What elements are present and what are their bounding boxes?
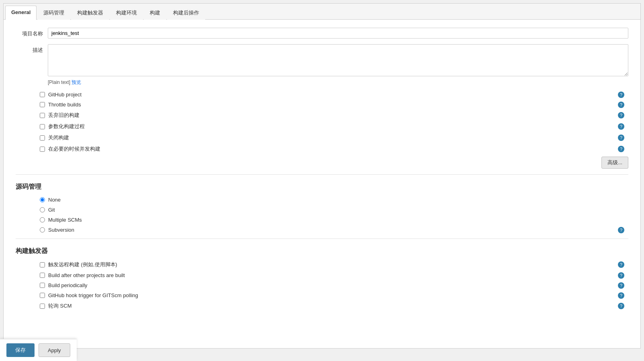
build-periodically-checkbox[interactable] [40,283,45,288]
plain-text-hint: [Plain text] 预览 [48,79,628,86]
checkbox-parameterize: 参数化构建过程 ? [16,123,628,130]
radio-multiple-scms: Multiple SCMs [16,217,628,223]
main-container: General 源码管理 构建触发器 构建环境 构建 构建后操作 项目名称 描述… [3,3,641,349]
save-button[interactable]: 保存 [6,343,35,352]
throttle-builds-label: Throttle builds [48,102,81,108]
scm-multiple-radio[interactable] [40,217,45,222]
github-hook-label: GitHub hook trigger for GITScm polling [48,292,138,298]
divider-2 [16,239,628,239]
tab-general[interactable]: General [5,6,37,20]
poll-scm-label: 轮询 SCM [48,302,72,310]
discard-old-checkbox[interactable] [40,113,45,118]
divider-1 [16,174,628,175]
scm-git-radio[interactable] [40,207,45,212]
trigger-remote-help-icon[interactable]: ? [618,261,624,268]
github-project-checkbox[interactable] [40,92,45,97]
build-after-other-checkbox[interactable] [40,273,45,278]
description-textarea[interactable] [48,44,628,76]
checkbox-disable-build: 关闭构建 ? [16,134,628,141]
description-control: [Plain text] 预览 [48,44,628,86]
concurrent-build-checkbox[interactable] [40,147,45,152]
scm-multiple-label: Multiple SCMs [48,217,82,223]
project-name-control [48,28,628,39]
build-after-other-label: Build after other projects are built [48,272,125,278]
build-after-other-help-icon[interactable]: ? [618,272,624,279]
content-area: 项目名称 描述 [Plain text] 预览 GitHub project [4,20,640,322]
scm-none-radio[interactable] [40,197,45,202]
trigger-remote-label: 触发远程构建 (例如,使用脚本) [48,261,117,268]
checkbox-build-periodically: Build periodically ? [16,282,628,288]
source-control-header: 源码管理 [16,183,628,191]
advanced-btn-row: 高级... [16,157,628,169]
concurrent-build-help-icon[interactable]: ? [618,146,624,152]
textarea-wrapper [48,44,628,78]
discard-old-label: 丢弃旧的构建 [48,112,79,119]
throttle-builds-checkbox[interactable] [40,102,45,107]
description-label: 描述 [16,44,48,54]
concurrent-build-label: 在必要的时候并发构建 [48,145,100,153]
github-hook-help-icon[interactable]: ? [618,292,624,299]
tab-post[interactable]: 构建后操作 [167,6,205,20]
radio-subversion: Subversion ? [16,227,628,233]
discard-old-help-icon[interactable]: ? [618,112,624,118]
plain-text-label: [Plain text] [48,80,70,85]
tab-env[interactable]: 构建环境 [110,6,143,20]
disable-build-help-icon[interactable]: ? [618,135,624,141]
tab-build[interactable]: 构建 [144,6,166,20]
checkbox-discard-old: 丢弃旧的构建 ? [16,112,628,119]
description-row: 描述 [Plain text] 预览 [16,44,628,86]
poll-scm-checkbox[interactable] [40,304,45,309]
checkbox-github-project: GitHub project ? [16,92,628,98]
parameterize-label: 参数化构建过程 [48,123,85,130]
disable-build-label: 关闭构建 [48,134,69,141]
checkbox-concurrent-build: 在必要的时候并发构建 ? [16,145,628,153]
project-name-label: 项目名称 [16,28,48,37]
build-periodically-help-icon[interactable]: ? [618,282,624,289]
project-name-row: 项目名称 [16,28,628,39]
tab-bar: General 源码管理 构建触发器 构建环境 构建 构建后操作 [4,4,640,20]
checkbox-github-hook: GitHub hook trigger for GITScm polling ? [16,292,628,298]
project-name-input[interactable] [48,28,628,39]
github-hook-checkbox[interactable] [40,293,45,298]
scm-subversion-radio[interactable] [40,227,45,233]
checkbox-poll-scm: 轮询 SCM ? [16,302,628,310]
parameterize-checkbox[interactable] [40,124,45,129]
github-project-help-icon[interactable]: ? [618,92,624,98]
checkbox-build-after-other: Build after other projects are built ? [16,272,628,278]
radio-none: None [16,197,628,203]
advanced-button[interactable]: 高级... [601,157,628,169]
scm-git-label: Git [48,207,55,213]
bottom-bar: 保存 Apply [0,339,77,352]
checkbox-trigger-remote: 触发远程构建 (例如,使用脚本) ? [16,261,628,268]
throttle-builds-help-icon[interactable]: ? [618,102,624,108]
subversion-help-icon[interactable]: ? [618,227,624,233]
disable-build-checkbox[interactable] [40,135,45,141]
scm-none-label: None [48,197,61,203]
trigger-remote-checkbox[interactable] [40,262,45,267]
checkbox-throttle-builds: Throttle builds ? [16,102,628,108]
preview-link[interactable]: 预览 [71,80,81,85]
scm-subversion-label: Subversion [48,227,74,233]
tab-source[interactable]: 源码管理 [37,6,70,20]
poll-scm-help-icon[interactable]: ? [618,303,624,309]
parameterize-help-icon[interactable]: ? [618,123,624,130]
build-periodically-label: Build periodically [48,282,88,288]
apply-button[interactable]: Apply [39,343,70,352]
build-triggers-header: 构建触发器 [16,247,628,255]
github-project-label: GitHub project [48,92,82,98]
radio-git: Git [16,207,628,213]
tab-triggers[interactable]: 构建触发器 [71,6,109,20]
